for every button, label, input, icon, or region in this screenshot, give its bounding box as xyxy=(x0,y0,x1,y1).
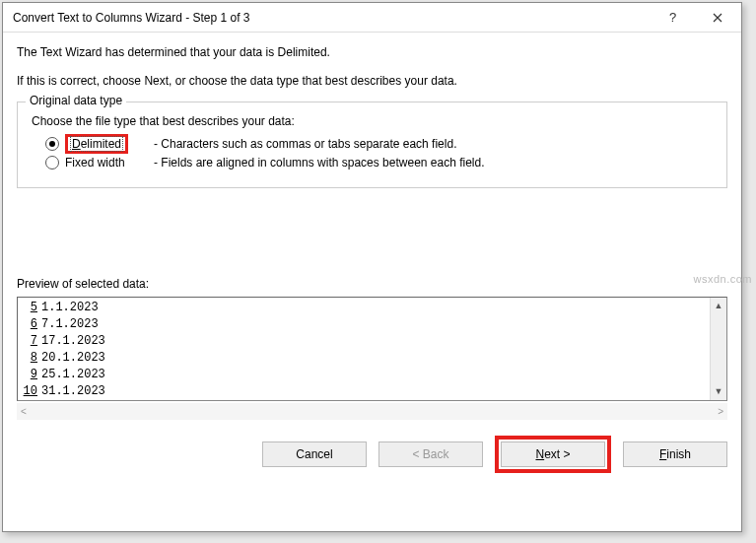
preview-row: 925.1.2023 xyxy=(20,367,726,383)
radio-desc-delimited: - Characters such as commas or tabs sepa… xyxy=(154,137,456,151)
preview-row: 820.1.2023 xyxy=(20,350,726,367)
wizard-dialog: Convert Text to Columns Wizard - Step 1 … xyxy=(2,2,742,532)
cancel-button[interactable]: Cancel xyxy=(262,441,367,467)
preview-row: 67.1.2023 xyxy=(20,316,726,333)
scroll-down-icon[interactable]: ▼ xyxy=(711,383,726,400)
radio-fixed-width[interactable]: Fixed width - Fields are aligned in colu… xyxy=(45,156,713,170)
original-data-type-group: Original data type Choose the file type … xyxy=(17,102,727,188)
group-prompt: Choose the file type that best describes… xyxy=(32,114,713,128)
button-bar: Cancel < Back Next > Finish xyxy=(3,420,741,487)
scroll-left-icon[interactable]: < xyxy=(21,406,27,417)
radio-delimited[interactable]: Delimited - Characters such as commas or… xyxy=(45,136,713,152)
radio-icon xyxy=(45,137,59,151)
intro-line2: If this is correct, choose Next, or choo… xyxy=(17,73,727,90)
radio-label-delimited: Delimited xyxy=(65,136,142,152)
close-icon xyxy=(713,13,722,23)
intro-text: The Text Wizard has determined that your… xyxy=(17,44,727,90)
radio-icon xyxy=(45,156,59,170)
preview-content: 51.1.2023 67.1.2023 717.1.2023 820.1.202… xyxy=(18,298,726,401)
radio-label-fixed: Fixed width xyxy=(65,156,142,170)
help-button[interactable]: ? xyxy=(651,4,695,32)
close-button[interactable] xyxy=(695,4,739,32)
preview-row: 1031.1.2023 xyxy=(20,383,726,400)
scroll-up-icon[interactable]: ▲ xyxy=(711,298,726,314)
next-button-highlight: Next > xyxy=(495,436,611,473)
preview-row: 51.1.2023 xyxy=(20,300,726,316)
back-button[interactable]: < Back xyxy=(378,441,483,467)
preview-label: Preview of selected data: xyxy=(17,277,727,291)
dialog-body: The Text Wizard has determined that your… xyxy=(3,33,741,420)
dialog-title: Convert Text to Columns Wizard - Step 1 … xyxy=(13,11,250,25)
preview-box: 51.1.2023 67.1.2023 717.1.2023 820.1.202… xyxy=(17,297,727,401)
watermark: wsxdn.com xyxy=(693,273,752,285)
horizontal-scrollbar[interactable]: < > xyxy=(17,403,727,420)
preview-row: 717.1.2023 xyxy=(20,333,726,350)
scroll-right-icon[interactable]: > xyxy=(718,406,723,417)
intro-line1: The Text Wizard has determined that your… xyxy=(17,44,727,61)
vertical-scrollbar[interactable]: ▲ ▼ xyxy=(710,298,726,400)
next-button[interactable]: Next > xyxy=(501,441,605,467)
group-legend: Original data type xyxy=(26,94,126,107)
radio-desc-fixed: - Fields are aligned in columns with spa… xyxy=(154,156,485,170)
finish-button[interactable]: Finish xyxy=(623,441,727,467)
titlebar: Convert Text to Columns Wizard - Step 1 … xyxy=(3,3,741,33)
window-controls: ? xyxy=(651,4,739,32)
